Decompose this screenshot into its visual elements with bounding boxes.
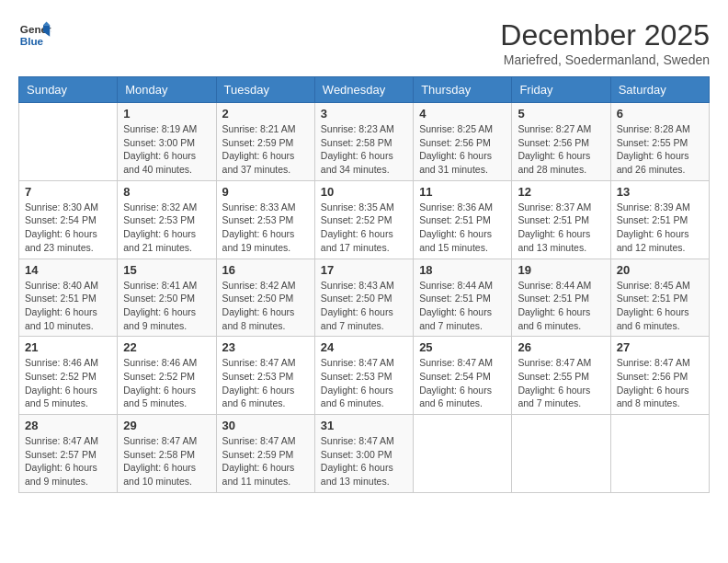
day-info: Sunrise: 8:39 AMSunset: 2:51 PMDaylight:… xyxy=(617,201,703,255)
calendar-week-2: 7 Sunrise: 8:30 AMSunset: 2:54 PMDayligh… xyxy=(19,180,710,259)
day-number: 14 xyxy=(25,263,111,277)
day-number: 22 xyxy=(123,340,210,354)
calendar-cell: 9 Sunrise: 8:33 AMSunset: 2:53 PMDayligh… xyxy=(216,180,314,259)
calendar-week-1: 1 Sunrise: 8:19 AMSunset: 3:00 PMDayligh… xyxy=(19,103,710,181)
col-tuesday: Tuesday xyxy=(216,77,314,103)
day-number: 7 xyxy=(25,185,111,199)
day-info: Sunrise: 8:47 AMSunset: 2:56 PMDaylight:… xyxy=(617,356,703,410)
calendar-cell: 12 Sunrise: 8:37 AMSunset: 2:51 PMDaylig… xyxy=(512,180,610,259)
day-info: Sunrise: 8:47 AMSunset: 2:58 PMDaylight:… xyxy=(123,434,210,488)
calendar-cell: 16 Sunrise: 8:42 AMSunset: 2:50 PMDaylig… xyxy=(216,259,314,337)
day-info: Sunrise: 8:47 AMSunset: 2:55 PMDaylight:… xyxy=(518,356,604,410)
day-number: 19 xyxy=(518,263,604,277)
day-number: 8 xyxy=(123,185,210,199)
day-info: Sunrise: 8:47 AMSunset: 2:57 PMDaylight:… xyxy=(25,434,111,488)
day-number: 23 xyxy=(222,340,309,354)
calendar-cell: 25 Sunrise: 8:47 AMSunset: 2:54 PMDaylig… xyxy=(414,337,512,415)
calendar-cell xyxy=(19,103,118,181)
day-info: Sunrise: 8:41 AMSunset: 2:50 PMDaylight:… xyxy=(123,279,210,333)
calendar-cell: 14 Sunrise: 8:40 AMSunset: 2:51 PMDaylig… xyxy=(19,259,118,337)
calendar-cell: 26 Sunrise: 8:47 AMSunset: 2:55 PMDaylig… xyxy=(512,337,610,415)
calendar-cell xyxy=(512,415,610,493)
day-info: Sunrise: 8:27 AMSunset: 2:56 PMDaylight:… xyxy=(518,122,604,177)
calendar-cell: 22 Sunrise: 8:46 AMSunset: 2:52 PMDaylig… xyxy=(118,337,216,415)
logo: General Blue xyxy=(18,18,51,52)
day-info: Sunrise: 8:47 AMSunset: 2:59 PMDaylight:… xyxy=(222,434,309,488)
day-info: Sunrise: 8:46 AMSunset: 2:52 PMDaylight:… xyxy=(123,356,210,410)
day-info: Sunrise: 8:46 AMSunset: 2:52 PMDaylight:… xyxy=(25,356,111,410)
calendar-cell: 10 Sunrise: 8:35 AMSunset: 2:52 PMDaylig… xyxy=(314,180,413,259)
day-info: Sunrise: 8:36 AMSunset: 2:51 PMDaylight:… xyxy=(419,201,506,255)
day-info: Sunrise: 8:40 AMSunset: 2:51 PMDaylight:… xyxy=(25,279,111,333)
calendar-cell: 29 Sunrise: 8:47 AMSunset: 2:58 PMDaylig… xyxy=(118,415,216,493)
day-number: 9 xyxy=(222,185,309,199)
day-number: 4 xyxy=(419,107,506,121)
calendar-cell: 8 Sunrise: 8:32 AMSunset: 2:53 PMDayligh… xyxy=(118,180,216,259)
day-number: 2 xyxy=(222,107,309,121)
day-info: Sunrise: 8:45 AMSunset: 2:51 PMDaylight:… xyxy=(617,279,703,333)
day-info: Sunrise: 8:42 AMSunset: 2:50 PMDaylight:… xyxy=(222,279,309,333)
calendar-cell: 11 Sunrise: 8:36 AMSunset: 2:51 PMDaylig… xyxy=(414,180,512,259)
calendar-cell: 19 Sunrise: 8:44 AMSunset: 2:51 PMDaylig… xyxy=(512,259,610,337)
day-number: 26 xyxy=(518,340,604,354)
calendar-week-3: 14 Sunrise: 8:40 AMSunset: 2:51 PMDaylig… xyxy=(19,259,710,337)
day-info: Sunrise: 8:47 AMSunset: 2:53 PMDaylight:… xyxy=(222,356,309,410)
calendar-cell: 27 Sunrise: 8:47 AMSunset: 2:56 PMDaylig… xyxy=(610,337,709,415)
day-number: 12 xyxy=(518,185,604,199)
day-number: 24 xyxy=(321,340,407,354)
calendar-week-4: 21 Sunrise: 8:46 AMSunset: 2:52 PMDaylig… xyxy=(19,337,710,415)
day-number: 28 xyxy=(25,419,111,432)
calendar-cell: 4 Sunrise: 8:25 AMSunset: 2:56 PMDayligh… xyxy=(414,103,512,181)
svg-text:Blue: Blue xyxy=(20,35,44,47)
day-info: Sunrise: 8:33 AMSunset: 2:53 PMDaylight:… xyxy=(222,201,309,255)
day-info: Sunrise: 8:47 AMSunset: 2:54 PMDaylight:… xyxy=(419,356,506,410)
calendar-week-5: 28 Sunrise: 8:47 AMSunset: 2:57 PMDaylig… xyxy=(19,415,710,493)
day-info: Sunrise: 8:32 AMSunset: 2:53 PMDaylight:… xyxy=(123,201,210,255)
day-info: Sunrise: 8:23 AMSunset: 2:58 PMDaylight:… xyxy=(321,122,407,177)
calendar-cell: 30 Sunrise: 8:47 AMSunset: 2:59 PMDaylig… xyxy=(216,415,314,493)
calendar-cell: 21 Sunrise: 8:46 AMSunset: 2:52 PMDaylig… xyxy=(19,337,118,415)
calendar-cell: 23 Sunrise: 8:47 AMSunset: 2:53 PMDaylig… xyxy=(216,337,314,415)
day-number: 20 xyxy=(617,263,703,277)
calendar-cell: 3 Sunrise: 8:23 AMSunset: 2:58 PMDayligh… xyxy=(314,103,413,181)
col-monday: Monday xyxy=(118,77,216,103)
header-row: Sunday Monday Tuesday Wednesday Thursday… xyxy=(19,77,710,103)
calendar-cell: 17 Sunrise: 8:43 AMSunset: 2:50 PMDaylig… xyxy=(314,259,413,337)
day-info: Sunrise: 8:25 AMSunset: 2:56 PMDaylight:… xyxy=(419,122,506,177)
day-number: 29 xyxy=(123,419,210,432)
day-info: Sunrise: 8:44 AMSunset: 2:51 PMDaylight:… xyxy=(419,279,506,333)
day-number: 3 xyxy=(321,107,407,121)
calendar-cell: 31 Sunrise: 8:47 AMSunset: 3:00 PMDaylig… xyxy=(314,415,413,493)
day-info: Sunrise: 8:21 AMSunset: 2:59 PMDaylight:… xyxy=(222,122,309,177)
day-info: Sunrise: 8:47 AMSunset: 2:53 PMDaylight:… xyxy=(321,356,407,410)
day-number: 31 xyxy=(321,419,407,432)
day-number: 16 xyxy=(222,263,309,277)
col-wednesday: Wednesday xyxy=(314,77,413,103)
day-info: Sunrise: 8:28 AMSunset: 2:55 PMDaylight:… xyxy=(617,122,703,177)
day-number: 6 xyxy=(617,107,703,121)
col-saturday: Saturday xyxy=(610,77,709,103)
calendar-cell: 20 Sunrise: 8:45 AMSunset: 2:51 PMDaylig… xyxy=(610,259,709,337)
logo-icon: General Blue xyxy=(18,18,51,52)
calendar-cell: 24 Sunrise: 8:47 AMSunset: 2:53 PMDaylig… xyxy=(314,337,413,415)
calendar-cell: 15 Sunrise: 8:41 AMSunset: 2:50 PMDaylig… xyxy=(118,259,216,337)
day-number: 11 xyxy=(419,185,506,199)
day-info: Sunrise: 8:37 AMSunset: 2:51 PMDaylight:… xyxy=(518,201,604,255)
header: General Blue December 2025 Mariefred, So… xyxy=(18,18,710,67)
col-sunday: Sunday xyxy=(19,77,118,103)
day-number: 10 xyxy=(321,185,407,199)
day-info: Sunrise: 8:43 AMSunset: 2:50 PMDaylight:… xyxy=(321,279,407,333)
day-number: 13 xyxy=(617,185,703,199)
day-number: 18 xyxy=(419,263,506,277)
calendar-cell: 5 Sunrise: 8:27 AMSunset: 2:56 PMDayligh… xyxy=(512,103,610,181)
calendar-cell: 7 Sunrise: 8:30 AMSunset: 2:54 PMDayligh… xyxy=(19,180,118,259)
calendar-cell: 1 Sunrise: 8:19 AMSunset: 3:00 PMDayligh… xyxy=(118,103,216,181)
calendar-cell: 28 Sunrise: 8:47 AMSunset: 2:57 PMDaylig… xyxy=(19,415,118,493)
calendar-cell: 18 Sunrise: 8:44 AMSunset: 2:51 PMDaylig… xyxy=(414,259,512,337)
calendar-cell: 13 Sunrise: 8:39 AMSunset: 2:51 PMDaylig… xyxy=(610,180,709,259)
day-number: 21 xyxy=(25,340,111,354)
month-title: December 2025 xyxy=(500,18,710,52)
day-info: Sunrise: 8:35 AMSunset: 2:52 PMDaylight:… xyxy=(321,201,407,255)
calendar-cell xyxy=(610,415,709,493)
day-number: 5 xyxy=(518,107,604,121)
